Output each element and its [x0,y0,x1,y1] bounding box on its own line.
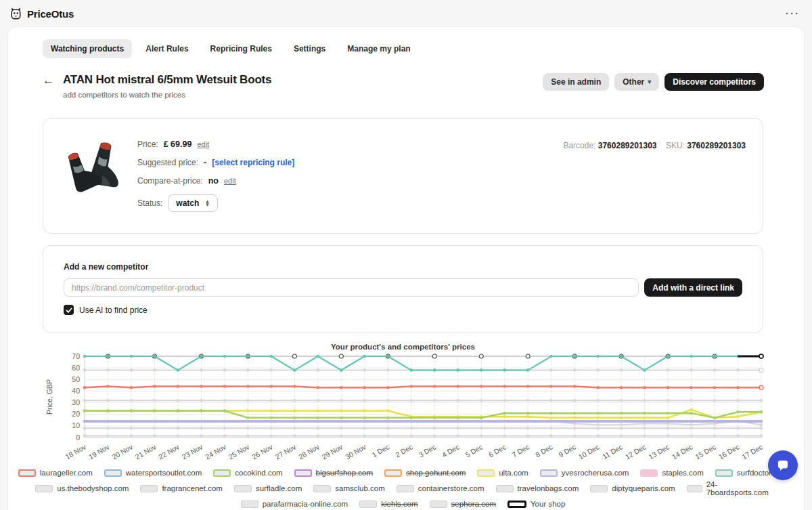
back-arrow-icon[interactable]: ← [43,74,54,99]
legend-item-bigsurfshop-com[interactable]: bigsurfshop.com [294,469,373,477]
legend-item-ulta-com[interactable]: ulta.com [477,469,528,477]
legend-item-us-thebodyshop-com[interactable]: us.thebodyshop.com [35,480,129,496]
price-edit-link[interactable]: edit [197,140,209,148]
svg-text:20 Nov: 20 Nov [110,442,134,461]
svg-text:27 Nov: 27 Nov [274,442,298,461]
legend-item-yvesrocherusa-com[interactable]: yvesrocherusa.com [540,469,629,477]
status-value: watch [176,198,199,208]
legend-swatch [234,485,252,492]
svg-text:21 Nov: 21 Nov [134,442,158,461]
legend-item-surfladle-com[interactable]: surfladle.com [234,480,302,496]
svg-text:50: 50 [72,375,80,383]
legend-label: shop.gohunt.com [406,469,466,477]
select-chevrons-icon: ▲▼ [204,200,210,207]
svg-text:8 Dec: 8 Dec [534,442,554,459]
svg-text:19 Nov: 19 Nov [87,442,111,461]
svg-text:13 Dec: 13 Dec [647,442,671,461]
legend-item-your-shop[interactable]: Your shop [508,500,565,508]
legend-label: containerstore.com [418,484,484,492]
owl-logo-icon [9,7,22,20]
legend-swatch [313,485,331,492]
legend-label: travelonbags.com [518,484,579,492]
legend-item-samsclub-com[interactable]: samsclub.com [313,480,385,496]
chevron-down-icon: ▾ [648,78,651,85]
check-icon [66,307,72,314]
svg-text:18 Nov: 18 Nov [64,442,87,461]
legend-swatch [241,501,258,508]
chart-title: Your product's and competitors' prices [43,343,763,351]
legend-swatch [715,469,733,477]
tab-watching-products[interactable]: Watching products [43,39,132,58]
legend-label: surfladle.com [256,484,302,492]
legend-item-laurageller-com[interactable]: laurageller.com [18,469,93,477]
legend-swatch [640,469,658,477]
suggested-price-label: Suggested price: [137,158,198,167]
svg-text:9 Dec: 9 Dec [557,442,577,459]
legend-label: sephora.com [451,500,496,508]
legend-label: us.thebodyshop.com [57,484,129,492]
chat-button[interactable] [768,450,798,480]
compare-edit-link[interactable]: edit [224,177,236,185]
see-in-admin-button[interactable]: See in admin [543,73,609,91]
use-ai-checkbox[interactable] [64,305,74,315]
svg-text:70: 70 [72,352,80,360]
legend-item-diptyqueparis-com[interactable]: diptyqueparis.com [590,480,675,496]
svg-text:30: 30 [72,398,80,406]
legend-label: bigsurfshop.com [316,469,373,477]
status-select[interactable]: watch ▲▼ [168,194,218,212]
svg-text:29 Nov: 29 Nov [320,442,344,461]
tab-repricing-rules[interactable]: Repricing Rules [202,39,280,58]
svg-text:40: 40 [72,387,80,395]
legend-row: laurageller.comwatersportsoutlet.comcoco… [43,469,763,477]
tab-settings[interactable]: Settings [286,39,334,58]
svg-text:20: 20 [72,410,80,418]
price-value: £ 69.99 [164,140,192,149]
legend-item-travelonbags-com[interactable]: travelonbags.com [496,480,579,496]
svg-text:7 Dec: 7 Dec [510,442,531,459]
tabs: Watching productsAlert RulesRepricing Ru… [8,27,804,58]
svg-text:0: 0 [76,433,80,442]
compare-at-price-value: no [208,176,219,186]
svg-text:2 Dec: 2 Dec [394,442,414,459]
barcode-value: 3760289201303 [598,141,657,150]
legend-swatch [140,485,158,492]
legend-item-sephora-com[interactable]: sephora.com [430,500,496,508]
legend-label: samsclub.com [335,484,385,492]
legend-label: watersportsoutlet.com [126,469,202,477]
svg-text:3 Dec: 3 Dec [417,442,437,459]
svg-text:23 Nov: 23 Nov [181,442,204,461]
legend-label: Your shop [531,500,565,508]
competitor-url-input[interactable] [64,278,639,297]
legend-item-24-7boardsports-com[interactable]: 24-7boardsports.com [687,480,771,496]
discover-competitors-button[interactable]: Discover competitors [664,73,764,91]
legend-label: ulta.com [499,469,528,477]
svg-text:60: 60 [72,364,80,372]
other-dropdown-button[interactable]: Other▾ [614,73,659,91]
price-label: Price: [137,140,158,149]
svg-text:1 Dec: 1 Dec [371,442,391,459]
svg-text:22 Nov: 22 Nov [157,442,181,461]
legend-item-parafarmacia-online-com[interactable]: parafarmacia-online.com [241,500,348,508]
select-repricing-rule-link[interactable]: [select repricing rule] [212,158,294,167]
legend-item-staples-com[interactable]: staples.com [640,469,703,477]
tab-manage-my-plan[interactable]: Manage my plan [339,39,418,58]
legend-label: cocokind.com [235,469,282,477]
chat-bubble-icon [776,459,790,472]
legend-row: us.thebodyshop.comfragrancenet.comsurfla… [43,480,763,496]
add-direct-link-button[interactable]: Add with a direct link [644,278,742,297]
tab-alert-rules[interactable]: Alert Rules [137,39,196,58]
legend-label: laurageller.com [40,469,93,477]
legend-item-watersportsoutlet-com[interactable]: watersportsoutlet.com [104,469,202,477]
legend-item-shop-gohunt-com[interactable]: shop.gohunt.com [384,469,466,477]
svg-text:4 Dec: 4 Dec [441,442,461,459]
overflow-menu-icon[interactable]: ··· [786,10,800,17]
legend-item-fragrancenet-com[interactable]: fragrancenet.com [140,480,223,496]
svg-text:11 Dec: 11 Dec [601,442,624,461]
legend-item-kiehls-com[interactable]: kiehls.com [359,500,418,508]
svg-text:5 Dec: 5 Dec [464,442,484,459]
sku-value: 3760289201303 [687,141,746,150]
legend-item-cocokind-com[interactable]: cocokind.com [213,469,282,477]
legend-item-containerstore-com[interactable]: containerstore.com [397,480,484,496]
svg-text:28 Nov: 28 Nov [297,442,321,461]
svg-text:10 Dec: 10 Dec [577,442,601,461]
